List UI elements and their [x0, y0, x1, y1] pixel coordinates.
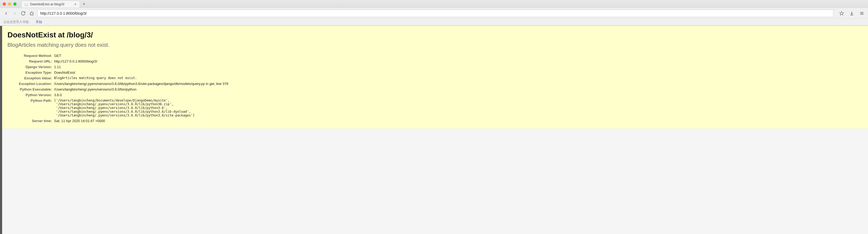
url-text: http://127.0.0.1:8000/blog/3/	[40, 11, 831, 16]
close-window-button[interactable]	[3, 2, 6, 6]
minimize-window-button[interactable]	[8, 2, 11, 6]
window-controls	[3, 2, 17, 6]
reload-button[interactable]	[20, 10, 26, 16]
label-request-url: Request URL:	[7, 58, 54, 64]
titlebar: DoesNotExist at /blog/3/ × +	[0, 0, 868, 8]
label-python-executable: Python Executable:	[7, 86, 54, 92]
error-heading: DoesNotExist at /blog/3/	[7, 31, 863, 39]
value-exception-value: BlogArticles matching query does not exi…	[54, 75, 228, 81]
error-subheading: BlogArticles matching query does not exi…	[7, 42, 863, 48]
bookmark-star-icon[interactable]	[839, 10, 844, 16]
bookmarks-hint: 点击这里导入书签。	[3, 20, 32, 24]
left-edge-decoration	[0, 26, 2, 129]
row-django-version: Django Version: 1.11	[7, 64, 228, 70]
row-server-time: Server time: Sat, 11 Apr 2020 14:01:47 +…	[7, 118, 228, 124]
bookmarks-bar: 点击这里导入书签。 开始	[0, 19, 868, 26]
browser-tab[interactable]: DoesNotExist at /blog/3/ ×	[21, 1, 80, 8]
row-python-executable: Python Executable: /Users/tangbincheng/.…	[7, 86, 228, 92]
toolbar-right	[839, 10, 865, 16]
tab-title: DoesNotExist at /blog/3/	[30, 2, 72, 6]
value-exception-location: /Users/tangbincheng/.pyenv/versions/3.6.…	[54, 81, 228, 86]
label-exception-type: Exception Type:	[7, 70, 54, 75]
label-server-time: Server time:	[7, 118, 54, 124]
row-request-url: Request URL: http://127.0.0.1:8000/blog/…	[7, 58, 228, 64]
maximize-window-button[interactable]	[13, 2, 17, 6]
home-button[interactable]	[29, 10, 35, 16]
label-python-version: Python Version:	[7, 92, 54, 98]
django-error-page: DoesNotExist at /blog/3/ BlogArticles ma…	[2, 26, 868, 129]
bookmark-start-link[interactable]: 开始	[36, 20, 42, 24]
label-exception-location: Exception Location:	[7, 81, 54, 86]
browser-toolbar: http://127.0.0.1:8000/blog/3/	[0, 8, 868, 19]
value-python-path: ['/Users/tangbincheng/Documents/develope…	[54, 98, 228, 118]
browser-window-chrome: DoesNotExist at /blog/3/ × + http://127.…	[0, 0, 868, 26]
row-exception-type: Exception Type: DoesNotExist	[7, 70, 228, 75]
loading-spinner-icon	[25, 3, 28, 6]
label-python-path: Python Path:	[7, 98, 54, 118]
row-request-method: Request Method: GET	[7, 53, 228, 58]
value-exception-type: DoesNotExist	[54, 70, 228, 75]
row-python-path: Python Path: ['/Users/tangbincheng/Docum…	[7, 98, 228, 118]
download-icon[interactable]	[849, 10, 855, 16]
new-tab-button[interactable]: +	[83, 1, 86, 7]
row-python-version: Python Version: 3.6.0	[7, 92, 228, 98]
label-django-version: Django Version:	[7, 64, 54, 70]
value-request-url: http://127.0.0.1:8000/blog/3/	[54, 58, 228, 64]
label-request-method: Request Method:	[7, 53, 54, 58]
value-request-method: GET	[54, 53, 228, 58]
forward-button[interactable]	[12, 10, 18, 16]
value-django-version: 1.11	[54, 64, 228, 70]
label-exception-value: Exception Value:	[7, 75, 54, 81]
svg-marker-0	[840, 11, 844, 15]
row-exception-location: Exception Location: /Users/tangbincheng/…	[7, 81, 228, 86]
value-python-version: 3.6.0	[54, 92, 228, 98]
url-bar[interactable]: http://127.0.0.1:8000/blog/3/	[37, 9, 833, 17]
menu-icon[interactable]	[859, 10, 865, 16]
value-python-executable: /Users/tangbincheng/.pyenv/versions/3.6.…	[54, 86, 228, 92]
error-summary-table: Request Method: GET Request URL: http://…	[7, 53, 228, 124]
row-exception-value: Exception Value: BlogArticles matching q…	[7, 75, 228, 81]
close-tab-icon[interactable]: ×	[74, 2, 76, 6]
back-button[interactable]	[3, 10, 9, 16]
value-server-time: Sat, 11 Apr 2020 14:01:47 +0000	[54, 118, 228, 124]
